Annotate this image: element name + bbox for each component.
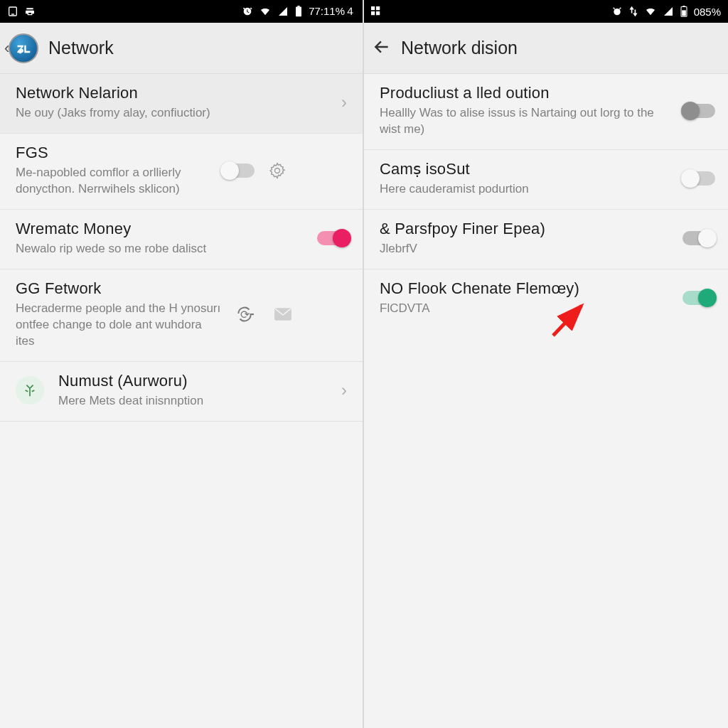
svg-rect-2 bbox=[296, 7, 301, 17]
right-pane: 085% Network dision Producliust a lled o… bbox=[364, 0, 728, 728]
left-pane: 77:11%４ ‹ ʑʟ Network Network Nelarion Ne… bbox=[0, 0, 364, 728]
svg-point-4 bbox=[275, 168, 280, 173]
app-bar: ‹ ʑʟ Network bbox=[0, 23, 363, 74]
row-title: Network Nelarion bbox=[16, 84, 331, 102]
page-title: Network dision bbox=[401, 38, 518, 58]
toggle-no-flook[interactable] bbox=[682, 291, 715, 305]
row-title: Wrematc Money bbox=[16, 220, 310, 238]
battery-icon bbox=[294, 6, 303, 17]
chevron-right-icon: › bbox=[338, 380, 350, 400]
svg-rect-8 bbox=[371, 6, 375, 10]
row-network-nelarion[interactable]: Network Nelarion Ne ouy (Jaks fromy alay… bbox=[0, 74, 363, 134]
row-title: GG Fetwork bbox=[16, 279, 222, 298]
svg-rect-3 bbox=[298, 6, 300, 7]
toggle-cams[interactable] bbox=[682, 171, 715, 186]
sync-add-icon[interactable]: ⟳ - bbox=[229, 299, 260, 330]
svg-rect-10 bbox=[371, 11, 375, 15]
row-wrematc-money[interactable]: Wrematc Money Newalo rip wede so me robe… bbox=[0, 210, 363, 269]
row-title: Camṣ isoSut bbox=[380, 160, 675, 178]
chevron-right-icon: › bbox=[338, 92, 350, 112]
app-bar: Network dision bbox=[364, 23, 728, 74]
row-title: Numust (Aurworu) bbox=[58, 372, 331, 390]
grid-icon bbox=[371, 6, 381, 16]
app-logo-icon: ʑʟ bbox=[9, 33, 38, 63]
row-no-flook[interactable]: NO Flook Chenate Flemœy) FlCDVTA bbox=[364, 269, 728, 328]
toggle-wrematc[interactable] bbox=[317, 231, 350, 245]
row-parsfpoy[interactable]: & Parsfpoy Finer Epea) JlebrfV bbox=[364, 210, 728, 269]
status-bar: 085% bbox=[364, 0, 728, 23]
settings-list: Network Nelarion Ne ouy (Jaks fromy alay… bbox=[0, 74, 363, 422]
status-time: 77:11%４ bbox=[309, 5, 355, 18]
tablet-icon bbox=[7, 6, 18, 17]
row-subtitle: FlCDVTA bbox=[380, 301, 675, 317]
row-subtitle: Ne ouy (Jaks fromy alay, confiuctior) bbox=[16, 105, 331, 122]
svg-rect-14 bbox=[682, 10, 686, 16]
svg-rect-15 bbox=[682, 6, 685, 7]
wifi-icon bbox=[259, 6, 272, 17]
mail-icon[interactable] bbox=[267, 299, 299, 330]
updown-icon bbox=[628, 6, 638, 17]
toggle-fgs[interactable] bbox=[222, 164, 255, 178]
alarm-icon bbox=[242, 6, 253, 17]
status-bar: 77:11%４ bbox=[0, 0, 363, 23]
branch-icon bbox=[16, 376, 44, 405]
row-fgs[interactable]: FGS Me-napobled comflor a orllierly dony… bbox=[0, 134, 363, 210]
row-title: NO Flook Chenate Flemœy) bbox=[380, 279, 675, 298]
battery-icon bbox=[680, 6, 688, 17]
settings-list: Producliust a lled oution Heallly Was to… bbox=[364, 74, 728, 328]
svg-rect-11 bbox=[376, 11, 380, 15]
back-arrow-icon[interactable] bbox=[373, 38, 391, 59]
print-icon bbox=[24, 6, 36, 17]
row-subtitle: Me-napobled comflor a orllierly donyctho… bbox=[16, 165, 215, 198]
row-subtitle: Hecraderme people and the H ynosurı ontf… bbox=[16, 301, 222, 350]
row-subtitle: Mere Mets deat inisnnption bbox=[58, 393, 331, 410]
row-title: FGS bbox=[16, 144, 215, 162]
svg-point-12 bbox=[614, 9, 620, 15]
row-subtitle: JlebrfV bbox=[380, 241, 675, 257]
status-time: 085% bbox=[694, 6, 721, 18]
toggle-parsfpoy[interactable] bbox=[682, 231, 715, 245]
svg-rect-9 bbox=[376, 6, 380, 10]
row-subtitle: Here cauderamist podurtion bbox=[380, 181, 675, 198]
row-producliust[interactable]: Producliust a lled oution Heallly Was to… bbox=[364, 74, 728, 150]
row-numust[interactable]: Numust (Aurworu) Mere Mets deat inisnnpt… bbox=[0, 362, 363, 422]
toggle-producliust[interactable] bbox=[364, 74, 728, 149]
back-chevron-icon[interactable]: ‹ bbox=[4, 39, 9, 58]
row-gg-fetwork[interactable]: GG Fetwork Hecraderme people and the H y… bbox=[0, 269, 363, 362]
alarm-icon bbox=[611, 6, 623, 17]
page-title: Network bbox=[48, 38, 114, 58]
signal-icon bbox=[277, 6, 289, 17]
wifi-icon bbox=[644, 6, 657, 17]
signal-icon bbox=[663, 6, 674, 17]
row-cams-isosut[interactable]: Camṣ isoSut Here cauderamist podurtion bbox=[364, 150, 728, 210]
row-title: & Parsfpoy Finer Epea) bbox=[380, 220, 675, 238]
gear-icon[interactable] bbox=[262, 155, 293, 186]
row-subtitle: Newalo rip wede so me robe dalisct bbox=[16, 241, 310, 257]
